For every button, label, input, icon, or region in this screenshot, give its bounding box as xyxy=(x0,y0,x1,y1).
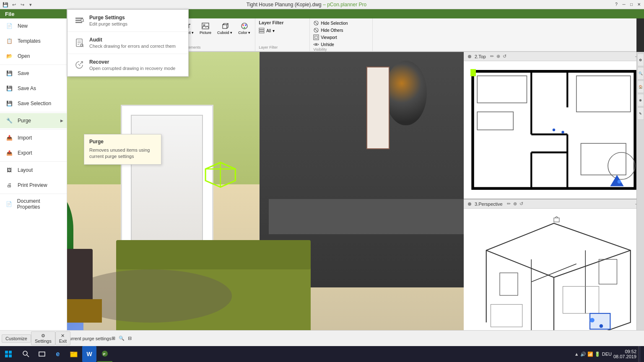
svg-point-32 xyxy=(315,44,317,45)
maximize-icon[interactable]: □ xyxy=(628,1,635,8)
top-view-icon4: ↺ xyxy=(503,54,506,59)
menu-templates[interactable]: 📋 Templates xyxy=(0,34,67,49)
top-view-icon2: ✏ xyxy=(490,54,494,59)
layout-label: Layout xyxy=(18,167,33,173)
edge-btn-1[interactable]: ⚙ xyxy=(637,54,644,66)
zoom-icon[interactable]: 🔍 xyxy=(119,336,125,341)
close-icon[interactable]: ✕ xyxy=(636,1,642,8)
svg-point-52 xyxy=(553,129,555,131)
taskbar-explorer-btn[interactable] xyxy=(66,346,81,362)
svg-rect-24 xyxy=(259,30,264,31)
file-menu-panel: File 📄 New 📋 Templates 📂 Open 💾 Save 💾 S… xyxy=(0,9,67,346)
taskbar-task-view-btn[interactable] xyxy=(34,346,49,362)
settings-button[interactable]: ⚙ Settings xyxy=(31,331,55,345)
svg-rect-14 xyxy=(202,23,209,29)
svg-rect-25 xyxy=(259,32,264,33)
top-view-icon3: ⊕ xyxy=(496,54,500,59)
minimize-icon[interactable]: ─ xyxy=(621,1,627,8)
exit-button[interactable]: ✕ Exit xyxy=(55,331,70,345)
perspective-view-header: 3.Perspective ✏ ⊕ ↺ ─ xyxy=(464,199,644,209)
unhide-label: Unhide xyxy=(321,42,334,47)
svg-rect-62 xyxy=(554,218,559,222)
menu-save[interactable]: 💾 Save xyxy=(0,66,67,81)
top-view-label: 2.Top xyxy=(475,54,486,59)
svg-rect-1 xyxy=(75,20,81,21)
redo-icon[interactable]: ↪ xyxy=(18,1,26,8)
more-icon[interactable]: ▾ xyxy=(27,1,34,8)
purge-label: Purge xyxy=(18,118,31,124)
edge-btn-3[interactable]: 🏠 xyxy=(637,80,644,93)
purge-icon: 🔧 xyxy=(5,116,13,125)
edge-btn-5[interactable]: ✎ xyxy=(637,107,644,120)
recover-item[interactable]: Recover Open corrupted drawing in recove… xyxy=(68,54,188,76)
windows-start-btn[interactable] xyxy=(0,346,17,362)
audit-title: Audit xyxy=(89,37,182,43)
purge-tooltip-desc: Removes unused items using current purge… xyxy=(89,147,156,160)
svg-rect-72 xyxy=(9,351,12,354)
quick-access-toolbar: 💾 ↩ ↪ ▾ xyxy=(0,0,36,9)
svg-rect-51 xyxy=(470,69,476,76)
new-label: New xyxy=(18,23,28,29)
edge-btn-4[interactable]: ⊕ xyxy=(637,94,644,106)
perspective-view-icon2: ✏ xyxy=(507,201,511,207)
perspective-view-icon3: ⊕ xyxy=(513,201,517,207)
show-desktop-btn[interactable] xyxy=(638,346,641,362)
svg-line-29 xyxy=(314,28,318,32)
import-label: Import xyxy=(18,135,32,141)
menu-import[interactable]: 📥 Import xyxy=(0,130,67,145)
purge-settings-item[interactable]: Purge Settings Edit purge settings xyxy=(68,10,188,32)
window-title: Tight House Planung (Kopie).dwg – pCon.p… xyxy=(0,2,613,8)
taskbar-word-btn[interactable]: W xyxy=(82,346,96,362)
svg-point-56 xyxy=(468,202,471,206)
svg-point-66 xyxy=(590,318,595,323)
menu-save-as[interactable]: 💾 Save As xyxy=(0,81,67,96)
menu-new[interactable]: 📄 New xyxy=(0,18,67,34)
taskbar-system-tray: ▲ 🔊 📶 🔋 DEU 09:52 08.07.2019 xyxy=(574,346,644,362)
viewport-label: Viewport xyxy=(321,35,337,40)
menu-open[interactable]: 📂 Open xyxy=(0,49,67,64)
unhide-btn[interactable]: Unhide xyxy=(313,41,369,47)
help-icon[interactable]: ? xyxy=(613,1,620,8)
color-btn[interactable]: Color ▾ xyxy=(236,20,252,36)
new-icon: 📄 xyxy=(5,22,13,30)
view-mode-icon[interactable]: ⊞ xyxy=(112,336,115,341)
hide-others-label: Hide Others xyxy=(321,28,343,33)
visibility-buttons: Hide Selection Hide Others Viewport Unhi… xyxy=(313,20,369,47)
menu-print-preview[interactable]: 🖨 Print Preview xyxy=(0,178,67,193)
viewport-btn[interactable]: Viewport xyxy=(313,34,369,40)
file-menu-bottom-bar: Customize ⚙ Settings ✕ Exit xyxy=(0,330,67,346)
menu-document-properties[interactable]: 📄 Document Properties xyxy=(0,195,67,213)
status-bar: Removes unused items using current purge… xyxy=(0,330,644,346)
svg-point-50 xyxy=(618,180,621,184)
taskbar-search-btn[interactable] xyxy=(18,346,34,362)
audit-text: Audit Check drawing for errors and corre… xyxy=(89,37,182,49)
grid-icon[interactable]: ⊟ xyxy=(128,336,132,341)
layer-dropdown-arrow[interactable]: ▾ xyxy=(273,28,275,33)
save-quick-icon[interactable]: 💾 xyxy=(2,1,9,8)
menu-save-selection[interactable]: 💾 Save Selection xyxy=(0,96,67,111)
menu-export[interactable]: 📤 Export xyxy=(0,145,67,160)
main-3d-viewport[interactable] xyxy=(0,52,464,346)
undo-icon[interactable]: ↩ xyxy=(10,1,18,8)
menu-divider-1 xyxy=(0,65,67,65)
hide-others-btn[interactable]: Hide Others xyxy=(313,27,369,33)
audit-item[interactable]: Audit Check drawing for errors and corre… xyxy=(68,32,188,54)
recover-text: Recover Open corrupted drawing in recove… xyxy=(89,59,182,71)
edge-btn-2[interactable]: 🔍 xyxy=(637,67,644,80)
svg-point-36 xyxy=(468,55,471,58)
status-right-controls: ⊞ 🔍 ⊟ xyxy=(112,336,132,341)
cuboid-btn[interactable]: Cuboid ▾ xyxy=(215,20,234,36)
perspective-view-mode-icon xyxy=(467,202,472,207)
menu-purge[interactable]: 🔧 Purge xyxy=(0,113,67,128)
menu-layout[interactable]: 🖼 Layout xyxy=(0,163,67,178)
purge-settings-desc: Edit purge settings xyxy=(89,21,182,26)
taskbar-edge-btn[interactable]: e xyxy=(50,346,65,362)
save-as-label: Save As xyxy=(18,85,36,91)
customize-button[interactable]: Customize xyxy=(2,334,31,343)
color-label: Color ▾ xyxy=(238,31,250,35)
top-view-panel: 2.Top ✏ ⊕ ↺ ─ xyxy=(464,52,644,199)
hide-selection-btn[interactable]: Hide Selection xyxy=(313,20,369,26)
taskbar-pcon-btn[interactable]: P xyxy=(97,346,112,362)
picture-btn[interactable]: Picture xyxy=(197,20,213,36)
layers-icon xyxy=(259,28,265,34)
